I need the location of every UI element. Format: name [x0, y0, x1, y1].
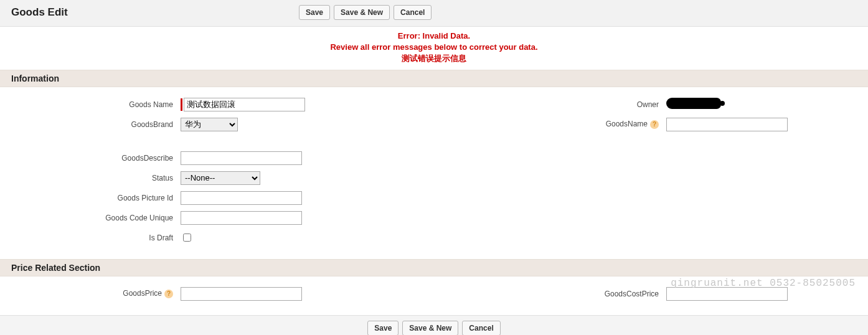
goods-name2-label: GoodsName? — [436, 120, 666, 129]
goods-cost-price-input[interactable] — [666, 287, 788, 301]
footer-bar: Save Save & New Cancel — [0, 315, 868, 335]
is-draft-checkbox[interactable] — [183, 234, 191, 242]
owner-value-redacted — [666, 98, 721, 109]
cancel-button-top[interactable]: Cancel — [394, 5, 432, 20]
help-icon[interactable]: ? — [650, 120, 659, 129]
goods-code-unique-input[interactable] — [181, 211, 302, 225]
help-icon[interactable]: ? — [164, 290, 173, 298]
cancel-button-bottom[interactable]: Cancel — [462, 321, 500, 335]
page-title: Goods Edit — [0, 6, 299, 19]
goods-picture-id-label: Goods Picture Id — [0, 194, 181, 202]
goods-name-input[interactable] — [184, 98, 305, 111]
goods-price-input[interactable] — [181, 287, 302, 301]
goods-brand-label: GoodsBrand — [0, 120, 181, 129]
owner-label: Owner — [436, 100, 666, 109]
save-button-bottom[interactable]: Save — [367, 321, 399, 335]
error-line-2: Review all error messages below to corre… — [0, 42, 868, 53]
goods-code-unique-label: Goods Code Unique — [0, 214, 181, 222]
error-line-3: 测试错误提示信息 — [0, 53, 868, 64]
goods-describe-input[interactable] — [181, 151, 302, 165]
goods-price-label: GoodsPrice? — [0, 289, 181, 298]
goods-name2-input[interactable] — [666, 118, 788, 131]
goods-picture-id-input[interactable] — [181, 191, 302, 205]
top-button-row: Save Save & New Cancel — [299, 5, 432, 20]
section-information-header: Information — [0, 70, 868, 87]
bottom-button-row: Save Save & New Cancel — [367, 321, 500, 335]
save-new-button-top[interactable]: Save & New — [334, 5, 390, 20]
save-new-button-bottom[interactable]: Save & New — [402, 321, 458, 335]
section-information-body: Goods Name Owner GoodsBrand 华为 GoodsName… — [0, 87, 868, 259]
header-bar: Goods Edit Save Save & New Cancel — [0, 0, 868, 27]
error-message: Error: Invalid Data. Review all error me… — [0, 27, 868, 70]
save-button-top[interactable]: Save — [299, 5, 330, 20]
error-line-1: Error: Invalid Data. — [0, 31, 868, 42]
status-label: Status — [0, 174, 181, 182]
status-select[interactable]: --None-- — [181, 171, 260, 185]
goods-describe-label: GoodsDescribe — [0, 154, 181, 163]
required-indicator — [181, 98, 182, 111]
section-price-body: GoodsPrice? GoodsCostPrice — [0, 276, 868, 315]
section-price-header: Price Related Section — [0, 259, 868, 276]
is-draft-label: Is Draft — [0, 234, 181, 242]
goods-name-label: Goods Name — [0, 100, 181, 109]
goods-brand-select[interactable]: 华为 — [181, 118, 238, 131]
goods-cost-price-label: GoodsCostPrice — [436, 290, 666, 298]
